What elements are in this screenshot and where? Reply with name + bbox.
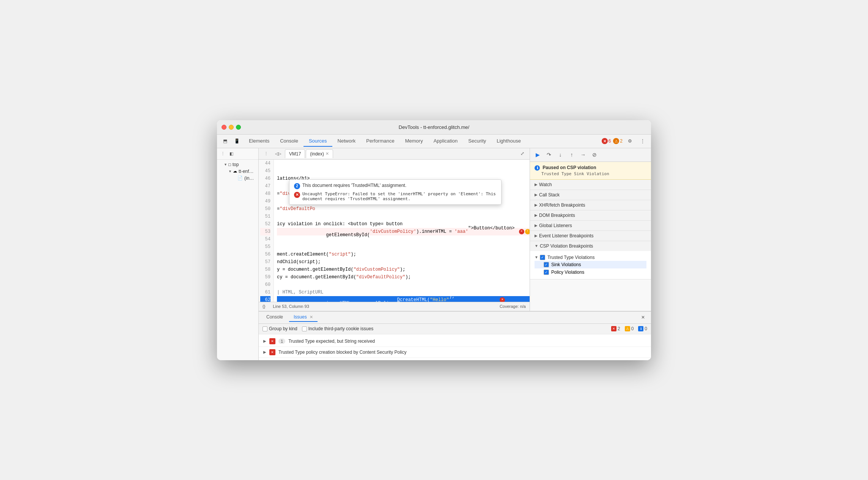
close-bottom-panel[interactable]: ✕ xyxy=(638,313,648,322)
maximize-button[interactable] xyxy=(236,125,241,130)
global-listeners-arrow: ▶ xyxy=(535,223,538,227)
event-listener-arrow: ▶ xyxy=(535,234,538,238)
editor-nav-button[interactable]: ◁▷ xyxy=(272,150,284,158)
tab-security[interactable]: Security xyxy=(463,136,491,147)
code-line-55 xyxy=(277,243,530,251)
event-listener-header[interactable]: ▶ Event Listener Breakpoints xyxy=(530,231,651,241)
tooltip-info-text: This document requires 'TrustedHTML' ass… xyxy=(302,183,406,188)
resume-button[interactable]: ▶ xyxy=(533,150,542,159)
editor-expand-button[interactable]: ⤢ xyxy=(517,149,527,158)
global-listeners-header[interactable]: ▶ Global Listeners xyxy=(530,221,651,231)
call-stack-header[interactable]: ▶ Call Stack xyxy=(530,190,651,200)
trusted-type-subsection: ▼ Trusted Type Violations Sink Violation… xyxy=(530,253,651,278)
tree-label-top: top xyxy=(233,162,239,167)
tooltip-info-icon: 2 xyxy=(294,183,300,189)
tab-console[interactable]: Console xyxy=(275,136,303,147)
issue-row-1[interactable]: ▶ ✕ Trusted Type policy creation blocked… xyxy=(259,347,651,358)
error-badge-53: ✕ xyxy=(519,229,524,234)
devtools-window: DevTools - tt-enforced.glitch.me/ ⬒ 📱 El… xyxy=(217,120,651,360)
xhr-arrow: ▶ xyxy=(535,203,538,207)
settings-button[interactable]: ⚙ xyxy=(625,137,635,145)
issues-list: ▶ ✕ 1 Trusted Type expected, but String … xyxy=(259,334,651,360)
line-numbers: 44 45 46 47 48 49 50 51 52 53 54 xyxy=(259,160,274,302)
third-party-checkbox[interactable] xyxy=(302,326,307,331)
tab-memory[interactable]: Memory xyxy=(400,136,428,147)
tab-sources[interactable]: Sources xyxy=(303,136,332,147)
trusted-type-label: Trusted Type Violations xyxy=(547,255,595,260)
format-label: {} xyxy=(263,304,265,309)
more-button[interactable]: ⋮ xyxy=(637,137,648,145)
csp-violation-banner: ℹ Paused on CSP violation Trusted Type S… xyxy=(530,162,651,180)
watch-header[interactable]: ▶ Watch xyxy=(530,180,651,190)
group-by-kind-label[interactable]: Group by kind xyxy=(263,326,297,331)
trusted-type-checkbox[interactable] xyxy=(540,255,545,260)
global-listeners-section: ▶ Global Listeners xyxy=(530,221,651,231)
file-tree-sidebar: ⋮ ◧ ▼ □ top ▼ ☁ tt-enforced xyxy=(217,148,259,360)
issue-text-0: Trusted Type expected, but String receiv… xyxy=(288,339,375,344)
error-badge[interactable]: ✕ 6 xyxy=(602,138,611,144)
issue-expand-icon: ▶ xyxy=(263,339,266,343)
dock-button[interactable]: ⬒ xyxy=(220,137,230,145)
close-button[interactable] xyxy=(222,125,226,130)
console-tab[interactable]: Console xyxy=(262,313,288,322)
issues-tab-close[interactable]: ✕ xyxy=(310,315,313,319)
debug-panel: ▶ ↷ ↓ ↑ → ⊘ ℹ Paused on CSP violation xyxy=(530,148,651,311)
third-party-label[interactable]: Include third-party cookie issues xyxy=(302,326,373,331)
code-line-44 xyxy=(277,160,530,167)
bottom-toolbar: Group by kind Include third-party cookie… xyxy=(259,324,651,334)
main-content: ⋮ ◧ ▼ □ top ▼ ☁ tt-enforced xyxy=(217,148,651,360)
warning-icon: ⚠ xyxy=(613,138,619,144)
policy-violations-item[interactable]: Policy Violations xyxy=(535,268,646,276)
tab-network[interactable]: Network xyxy=(332,136,361,147)
tab-nav: Elements Console Sources Network Perform… xyxy=(244,136,526,147)
watch-label: Watch xyxy=(539,182,552,187)
sink-violations-checkbox[interactable] xyxy=(544,262,549,267)
close-tab-icon[interactable]: ✕ xyxy=(326,151,329,156)
warning-badge[interactable]: ⚠ 2 xyxy=(613,138,623,144)
issues-tab[interactable]: Issues ✕ xyxy=(289,313,318,322)
watch-section: ▶ Watch xyxy=(530,180,651,190)
step-into-button[interactable]: ↓ xyxy=(556,150,565,159)
file-icon: 📄 xyxy=(237,176,243,180)
tree-item-domain[interactable]: ▼ ☁ tt-enforced xyxy=(217,168,258,175)
minimize-button[interactable] xyxy=(229,125,234,130)
event-listener-section: ▶ Event Listener Breakpoints xyxy=(530,231,651,241)
trusted-type-header[interactable]: ▼ Trusted Type Violations xyxy=(535,254,646,261)
issue-row-0[interactable]: ▶ ✕ 1 Trusted Type expected, but String … xyxy=(259,336,651,347)
editor-tab-index[interactable]: (index) ✕ xyxy=(306,149,333,158)
code-line-58: y = document.getElementById("divCustomPo… xyxy=(277,266,530,273)
editor-menu-button[interactable]: ⋮ xyxy=(261,150,271,158)
deactivate-button[interactable]: ⊘ xyxy=(590,150,599,159)
xhr-header[interactable]: ▶ XHR/fetch Breakpoints xyxy=(530,200,651,210)
dom-header[interactable]: ▶ DOM Breakpoints xyxy=(530,210,651,220)
tab-application[interactable]: Application xyxy=(428,136,463,147)
code-line-54 xyxy=(277,235,530,243)
tab-elements[interactable]: Elements xyxy=(244,136,275,147)
mobile-button[interactable]: 📱 xyxy=(231,137,243,145)
tab-performance[interactable]: Performance xyxy=(361,136,399,147)
issue-count-badge: 1 xyxy=(278,339,285,344)
call-stack-section: ▶ Call Stack xyxy=(530,190,651,200)
dom-label: DOM Breakpoints xyxy=(539,213,575,218)
bottom-tabs: Console Issues ✕ ✕ xyxy=(259,312,651,324)
tree-item-top[interactable]: ▼ □ top xyxy=(217,161,258,168)
group-by-kind-checkbox[interactable] xyxy=(263,326,267,331)
csp-breakpoints-header[interactable]: ▼ CSP Violation Breakpoints xyxy=(530,241,651,251)
step-button[interactable]: → xyxy=(579,150,588,159)
step-over-button[interactable]: ↷ xyxy=(544,150,554,159)
code-line-59: cy = document.getElementById("divDefault… xyxy=(277,273,530,281)
error-tooltip: 2 This document requires 'TrustedHTML' a… xyxy=(289,179,502,205)
tree-item-file[interactable]: 📄 (index) xyxy=(217,175,258,182)
issue-expand-icon-1: ▶ xyxy=(263,350,266,354)
sink-violations-label: Sink Violations xyxy=(551,262,581,267)
sink-violations-item[interactable]: Sink Violations xyxy=(535,261,646,268)
editor-tab-vm17[interactable]: VM17 xyxy=(285,149,305,158)
policy-violations-checkbox[interactable] xyxy=(544,270,549,275)
tab-lighthouse[interactable]: Lighthouse xyxy=(491,136,526,147)
error-count-icon: ✕ xyxy=(611,326,616,331)
code-container[interactable]: 2 This document requires 'TrustedHTML' a… xyxy=(259,160,530,302)
position-label: Line 53, Column 93 xyxy=(273,304,309,309)
sidebar-menu-button[interactable]: ⋮ xyxy=(219,151,226,157)
sidebar-collapse-button[interactable]: ◧ xyxy=(228,151,235,157)
step-out-button[interactable]: ↑ xyxy=(567,150,576,159)
